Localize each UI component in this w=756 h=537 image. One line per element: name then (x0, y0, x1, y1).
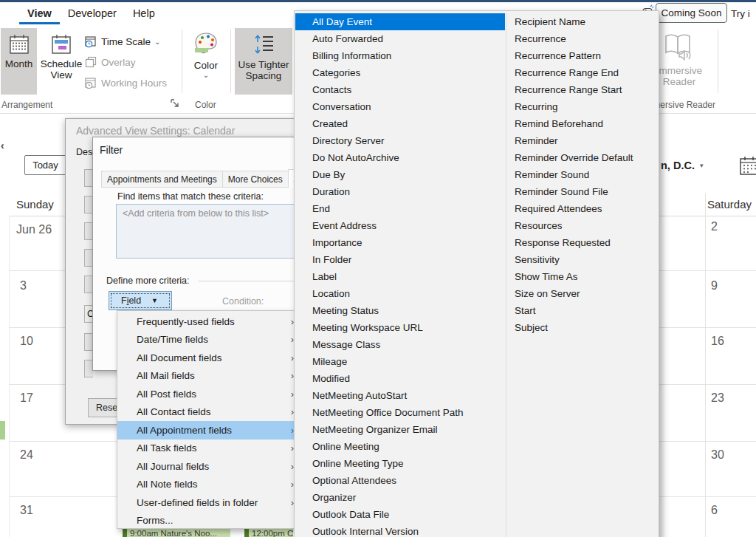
menu-item[interactable]: Message Class (295, 336, 505, 353)
event-fragment[interactable] (0, 421, 5, 439)
menu-item[interactable]: Date/Time fields › (117, 331, 302, 349)
menu-item[interactable]: Online Meeting Type (295, 455, 505, 472)
calendar-event[interactable]: 9:00am Nature's Noo... (123, 529, 230, 537)
menu-item[interactable]: All Mail fields › (117, 367, 302, 386)
menu-item[interactable]: End (295, 200, 505, 217)
date-cell[interactable]: 31 (20, 504, 33, 517)
menu-item[interactable]: Frequently-used fields › (117, 312, 302, 331)
menu-item[interactable]: Location (295, 285, 505, 302)
menu-item[interactable]: Online Meeting (295, 438, 505, 455)
schedule-view-button[interactable]: Schedule View (38, 28, 84, 95)
menu-item[interactable]: In Folder (295, 251, 505, 268)
menu-item[interactable]: Due By (295, 166, 505, 183)
menu-item[interactable]: All Task fields › (117, 439, 302, 458)
criteria-list[interactable]: <Add criteria from below to this list> (116, 204, 323, 259)
menu-item[interactable]: Organizer (295, 489, 505, 506)
menu-item[interactable]: Resources (506, 217, 659, 234)
menu-item[interactable]: Event Address (295, 217, 505, 234)
menu-item[interactable]: Outlook Internal Version (295, 523, 505, 537)
menu-item[interactable]: Categories (295, 64, 505, 81)
menu-item[interactable]: Required Attendees (506, 200, 659, 217)
menu-item[interactable]: Duration (295, 183, 505, 200)
menu-item[interactable]: Show Time As (506, 268, 659, 285)
time-scale-label: Time Scale (101, 36, 151, 47)
menu-item[interactable]: Sensitivity (506, 251, 659, 268)
menu-item[interactable]: Mileage (295, 353, 505, 370)
date-cell[interactable]: 24 (20, 448, 33, 462)
menu-item[interactable]: Label (295, 268, 505, 285)
date-picker-icon[interactable] (740, 157, 756, 176)
use-tighter-spacing-button[interactable]: Use Tighter Spacing (235, 28, 292, 95)
date-cell[interactable]: 10 (20, 335, 33, 348)
menu-item[interactable]: All Contact fields › (117, 403, 302, 422)
menu-item[interactable]: Recurrence (506, 30, 659, 47)
menu-item[interactable]: NetMeeting Organizer Email (295, 421, 505, 438)
menu-item[interactable]: Reminder (506, 132, 659, 149)
date-cell[interactable]: 3 (20, 279, 27, 293)
menu-item[interactable]: Modified (295, 370, 505, 387)
menu-item[interactable]: User-defined fields in folder › (117, 493, 302, 512)
menu-item[interactable]: Contacts (295, 81, 505, 98)
menu-item[interactable]: All Appointment fields › (117, 421, 302, 439)
field-dropdown-button[interactable]: Field ▼ (109, 291, 172, 310)
menu-item[interactable]: NetMeeting Office Document Path (295, 404, 505, 421)
menu-item[interactable]: Importance (295, 234, 505, 251)
date-cell[interactable]: 17 (20, 391, 33, 405)
month-view-button[interactable]: Month (1, 28, 37, 95)
overlay-button[interactable]: Overlay (84, 55, 136, 69)
menu-item[interactable]: All Day Event (295, 13, 505, 30)
location-selector[interactable]: n, D.C. ▾ (661, 160, 703, 171)
overlay-label: Overlay (101, 57, 136, 68)
chevron-left-icon[interactable]: ‹ (1, 140, 4, 151)
date-cell[interactable]: 9 (711, 279, 718, 293)
calendar-event[interactable]: 12:00pm C (244, 529, 293, 537)
ribbon-tab[interactable]: Developer (60, 3, 125, 24)
menu-item[interactable]: All Post fields › (117, 385, 302, 403)
ribbon-tab[interactable]: Help (125, 3, 163, 24)
today-button[interactable]: Today (24, 155, 66, 175)
color-button[interactable]: Color ⌄ (189, 28, 223, 95)
coming-soon-button[interactable]: Coming Soon (656, 3, 727, 23)
menu-item[interactable]: Subject (506, 319, 659, 336)
menu-item[interactable]: All Journal fields › (117, 457, 302, 476)
menu-item[interactable]: Reminder Sound (506, 166, 659, 183)
date-cell[interactable]: 30 (711, 448, 724, 462)
date-cell[interactable]: 16 (711, 335, 724, 348)
menu-item[interactable]: Billing Information (295, 47, 505, 64)
date-cell[interactable]: 23 (711, 391, 724, 405)
time-scale-button[interactable]: Time Scale ⌄ (84, 34, 160, 49)
date-cell[interactable]: 6 (711, 504, 718, 517)
menu-item[interactable]: All Document fields › (117, 349, 302, 367)
menu-item[interactable]: Remind Beforehand (506, 115, 659, 132)
menu-item[interactable]: Response Requested (506, 234, 659, 251)
menu-item[interactable]: Forms... › (117, 512, 302, 530)
menu-item[interactable]: Recipient Name (506, 13, 659, 30)
menu-item[interactable]: All Note fields › (117, 476, 302, 494)
filter-tab[interactable]: More Choices (222, 171, 289, 188)
filter-tab[interactable]: Appointments and Meetings (101, 171, 223, 188)
menu-item[interactable]: Recurrence Range Start (506, 81, 659, 98)
menu-item[interactable]: Meeting Workspace URL (295, 319, 505, 336)
menu-item[interactable]: Outlook Data File (295, 506, 505, 523)
dialog-launcher-icon[interactable] (171, 99, 180, 109)
menu-item[interactable]: Recurrence Pattern (506, 47, 659, 64)
menu-item[interactable]: Start (506, 302, 659, 319)
menu-item[interactable]: Directory Server (295, 132, 505, 149)
menu-item[interactable]: Size on Server (506, 285, 659, 302)
menu-item[interactable]: Auto Forwarded (295, 30, 505, 47)
working-hours-button[interactable]: Working Hours (84, 75, 167, 90)
menu-item[interactable]: NetMeeting AutoStart (295, 387, 505, 404)
menu-item[interactable]: Conversation (295, 98, 505, 115)
date-cell[interactable]: 2 (711, 220, 718, 233)
menu-item[interactable]: Recurring (506, 98, 659, 115)
menu-item[interactable]: Meeting Status (295, 302, 505, 319)
menu-item[interactable]: Reminder Override Default (506, 149, 659, 166)
menu-item[interactable]: Created (295, 115, 505, 132)
ribbon-tab[interactable]: View (19, 3, 60, 24)
menu-item[interactable]: Recurrence Range End (506, 64, 659, 81)
menu-item[interactable]: Reminder Sound File (506, 183, 659, 200)
outlook-window: View Developer Help Coming Soon Try i (0, 0, 756, 537)
menu-item[interactable]: Optional Attendees (295, 472, 505, 489)
date-cell[interactable]: Jun 26 (16, 223, 52, 236)
menu-item[interactable]: Do Not AutoArchive (295, 149, 505, 166)
